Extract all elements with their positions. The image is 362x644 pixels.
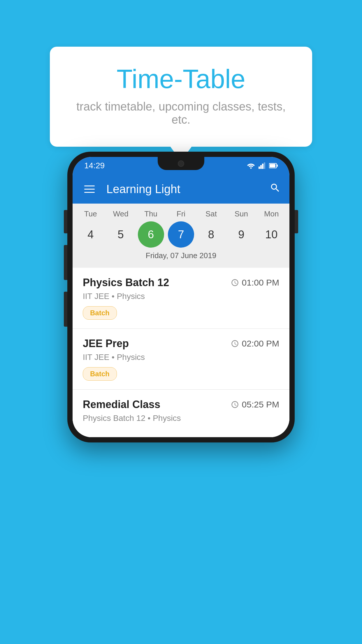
phone-outer: 14:29: [67, 152, 295, 442]
day-header-sun: Sun: [228, 209, 254, 218]
menu-button[interactable]: [81, 183, 98, 196]
schedule-list: Physics Batch 12 01:00 PM IIT JEE • Phys…: [73, 268, 289, 437]
schedule-item-1[interactable]: Physics Batch 12 01:00 PM IIT JEE • Phys…: [73, 268, 289, 329]
schedule-item-3-sub: Physics Batch 12 • Physics: [83, 414, 279, 423]
svg-rect-4: [264, 162, 265, 169]
phone-notch: [158, 157, 204, 170]
svg-rect-3: [262, 164, 263, 169]
card-title: Time-Table: [67, 64, 295, 94]
schedule-item-3-time-text: 05:25 PM: [242, 400, 279, 410]
day-8[interactable]: 8: [198, 221, 224, 248]
app-bar: Learning Light: [73, 174, 289, 204]
day-9[interactable]: 9: [228, 221, 254, 248]
schedule-item-3-time: 05:25 PM: [231, 400, 279, 410]
schedule-item-2-time: 02:00 PM: [231, 339, 279, 349]
schedule-item-2-sub: IIT JEE • Physics: [83, 353, 279, 362]
schedule-item-2-name: JEE Prep: [83, 337, 129, 350]
camera-button: [64, 292, 67, 327]
day-header-fri: Fri: [168, 209, 194, 218]
schedule-item-2[interactable]: JEE Prep 02:00 PM IIT JEE • Physics Batc…: [73, 329, 289, 390]
battery-icon: [269, 162, 278, 169]
day-10[interactable]: 10: [258, 221, 284, 248]
selected-date-label: Friday, 07 June 2019: [73, 248, 289, 265]
day-header-tue: Tue: [78, 209, 104, 218]
card-subtitle: track timetable, upcoming classes, tests…: [67, 100, 295, 126]
day-6-today[interactable]: 6: [138, 221, 164, 248]
day-header-mon: Mon: [258, 209, 284, 218]
day-7-selected[interactable]: 7: [168, 221, 194, 248]
clock-icon-1: [231, 279, 239, 287]
status-time: 14:29: [84, 161, 105, 170]
schedule-item-1-sub: IIT JEE • Physics: [83, 292, 279, 301]
schedule-item-3[interactable]: Remedial Class 05:25 PM Physics Batch 12…: [73, 390, 289, 437]
power-button: [295, 210, 298, 233]
schedule-item-1-badge: Batch: [83, 306, 117, 320]
svg-rect-6: [277, 164, 278, 167]
status-icons: [247, 162, 278, 169]
phone-mockup: 14:29: [67, 152, 295, 442]
schedule-item-2-time-text: 02:00 PM: [242, 339, 279, 349]
schedule-item-1-name: Physics Batch 12: [83, 276, 169, 289]
svg-rect-1: [259, 167, 260, 169]
tooltip-card: Time-Table track timetable, upcoming cla…: [50, 47, 312, 147]
search-button[interactable]: [270, 182, 281, 196]
calendar-strip: Tue Wed Thu Fri Sat Sun Mon 4 5 6 7 8 9 …: [73, 204, 289, 268]
phone-screen: 14:29: [73, 157, 289, 437]
schedule-item-3-header: Remedial Class 05:25 PM: [83, 398, 279, 411]
volume-down-button: [64, 245, 67, 280]
svg-rect-2: [260, 165, 262, 169]
day-header-thu: Thu: [138, 209, 164, 218]
svg-point-0: [250, 167, 252, 169]
front-camera: [178, 160, 184, 167]
wifi-icon: [247, 162, 255, 169]
app-title: Learning Light: [106, 183, 261, 196]
svg-rect-7: [270, 164, 275, 167]
day-header-wed: Wed: [108, 209, 134, 218]
volume-up-button: [64, 210, 67, 233]
schedule-item-1-time: 01:00 PM: [231, 278, 279, 288]
clock-icon-2: [231, 340, 239, 348]
signal-icon: [259, 162, 266, 169]
clock-icon-3: [231, 400, 239, 409]
day-numbers: 4 5 6 7 8 9 10: [73, 221, 289, 248]
schedule-item-2-header: JEE Prep 02:00 PM: [83, 337, 279, 350]
day-headers: Tue Wed Thu Fri Sat Sun Mon: [73, 209, 289, 218]
day-4[interactable]: 4: [78, 221, 104, 248]
schedule-item-3-name: Remedial Class: [83, 398, 160, 411]
schedule-item-1-header: Physics Batch 12 01:00 PM: [83, 276, 279, 289]
day-header-sat: Sat: [198, 209, 224, 218]
day-5[interactable]: 5: [108, 221, 134, 248]
schedule-item-2-badge: Batch: [83, 367, 117, 381]
schedule-item-1-time-text: 01:00 PM: [242, 278, 279, 288]
